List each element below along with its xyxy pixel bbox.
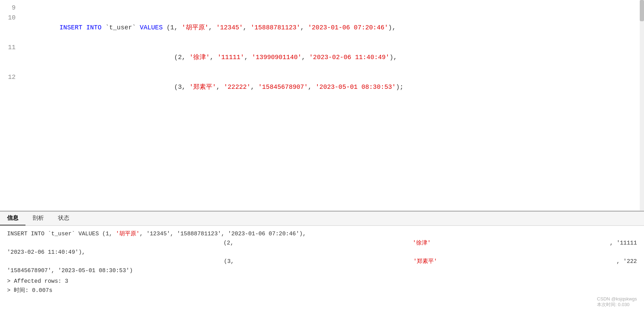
val-code-1: '12345' — [216, 24, 243, 31]
result-area: INSERT INTO `t_user` VALUES (1, '胡平原', '… — [0, 226, 644, 310]
code-lines: 9 10 INSERT INTO `t_user` VALUES (1, '胡平… — [0, 0, 644, 105]
val-date-1: '2023-01-06 07:20:46' — [308, 24, 388, 31]
code-line-12: 12 (3, '郑素平', '22222', '15845678907', '2… — [0, 72, 644, 102]
tab-profile[interactable]: 剖析 — [25, 212, 51, 225]
csdn-watermark: CSDN @ksjqskwgs 本次时间: 0.030 — [597, 296, 637, 308]
result-line-3: '2023-02-06 11:40:49'), — [7, 248, 637, 257]
main-container: 9 10 INSERT INTO `t_user` VALUES (1, '胡平… — [0, 0, 644, 310]
line-number-12: 12 — [0, 72, 21, 82]
line-content-12: (3, '郑素平', '22222', '15845678907', '2023… — [21, 72, 644, 102]
val-phone-2: '13990901140' — [252, 54, 301, 61]
val-name-3: '郑素平' — [189, 84, 216, 91]
tab-status[interactable]: 状态 — [51, 212, 76, 225]
line-number-11: 11 — [0, 42, 21, 52]
val-phone-3: '15845678907' — [258, 84, 308, 91]
val-code-3: '22222' — [224, 84, 251, 91]
val-name-1: '胡平原' — [182, 24, 209, 31]
tab-info[interactable]: 信息 — [0, 212, 25, 225]
kw-insert: INSERT — [59, 24, 86, 31]
val-date-2: '2023-02-06 11:40:49' — [309, 54, 390, 61]
bottom-panel: 信息 剖析 状态 INSERT INTO `t_user` VALUES (1,… — [0, 211, 644, 310]
scrollbar-track[interactable] — [640, 0, 644, 211]
code-line-10: 10 INSERT INTO `t_user` VALUES (1, '胡平原'… — [0, 13, 644, 42]
scrollbar-thumb[interactable] — [640, 0, 644, 21]
result-line-5: '15845678907', '2023-05-01 08:30:53') — [7, 266, 637, 275]
tabs-bar: 信息 剖析 状态 — [0, 212, 644, 226]
code-line-9: 9 — [0, 3, 644, 13]
kw-values: VALUES — [140, 24, 163, 31]
result-line-4: placeholder (3, '郑素平', '222 — [7, 257, 637, 266]
val-date-3: '2023-05-01 08:30:53' — [316, 84, 396, 91]
result-line-2: placeholder (2, '徐津', '11111 — [7, 239, 637, 248]
line-content-11: (2, '徐津', '11111', '13990901140', '2023-… — [21, 42, 644, 72]
result-line-1: INSERT INTO `t_user` VALUES (1, '胡平原', '… — [7, 229, 637, 239]
code-line-11: 11 (2, '徐津', '11111', '13990901140', '20… — [0, 42, 644, 72]
kw-into: INTO — [86, 24, 105, 31]
line-number-9: 9 — [0, 3, 21, 13]
val-phone-1: '15888781123' — [251, 24, 300, 31]
val-code-2: '11111' — [218, 54, 245, 61]
code-editor-area[interactable]: 9 10 INSERT INTO `t_user` VALUES (1, '胡平… — [0, 0, 644, 211]
val-name-2: '徐津' — [189, 54, 210, 61]
line-number-10: 10 — [0, 13, 21, 23]
affected-rows-line: > Affected rows: 3 — [7, 277, 637, 286]
table-name: `t_user` — [105, 24, 136, 31]
time-line: > 时间: 0.007s — [7, 286, 637, 295]
line-content-10: INSERT INTO `t_user` VALUES (1, '胡平原', '… — [21, 13, 644, 42]
